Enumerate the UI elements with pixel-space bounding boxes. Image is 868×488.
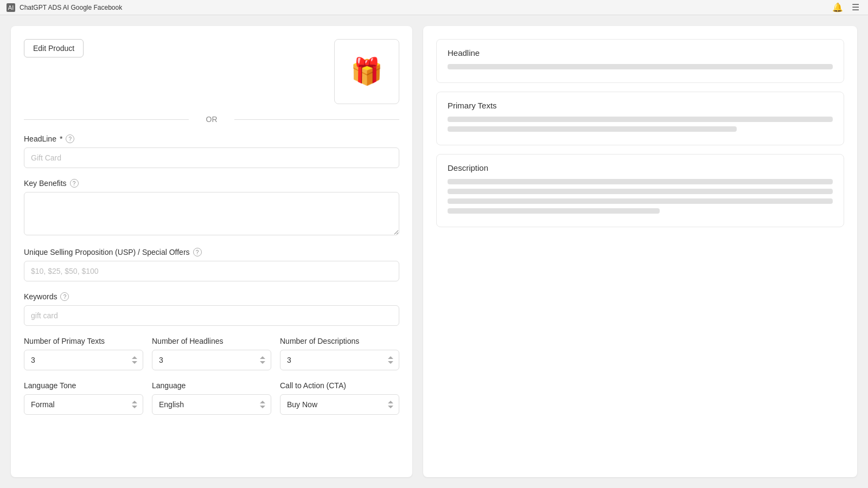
number-primary-texts-group: Number of Primay Texts 3 1 2 4 5 xyxy=(24,337,143,370)
headline-preview-card: Headline xyxy=(436,39,844,83)
app-title: ChatGPT ADS AI Google Facebook xyxy=(20,4,826,11)
language-select[interactable]: English Spanish French German xyxy=(152,394,271,415)
usp-label-text: Unique Selling Proposition (USP) / Speci… xyxy=(24,248,190,256)
key-benefits-label-text: Key Benefits xyxy=(24,179,67,188)
or-divider: OR xyxy=(24,115,399,124)
number-headlines-group: Number of Headlines 3 1 2 4 5 xyxy=(152,337,271,370)
right-panel: Headline Primary Texts Description xyxy=(423,26,857,477)
keywords-label-text: Keywords xyxy=(24,292,57,301)
usp-help-icon[interactable]: ? xyxy=(193,248,202,256)
description-skeleton-3 xyxy=(448,198,833,204)
language-tone-label: Language Tone xyxy=(24,381,143,390)
keywords-label: Keywords ? xyxy=(24,292,399,301)
number-descriptions-label: Number of Descriptions xyxy=(280,337,399,345)
product-emoji: 🎁 xyxy=(350,56,383,87)
edit-product-button[interactable]: Edit Product xyxy=(24,39,84,57)
headline-label: HeadLine * ? xyxy=(24,134,399,143)
number-headlines-select[interactable]: 3 1 2 4 5 xyxy=(152,350,271,370)
headline-skeleton-line xyxy=(448,64,833,69)
description-skeleton-2 xyxy=(448,189,833,194)
usp-input[interactable] xyxy=(24,261,399,281)
keywords-help-icon[interactable]: ? xyxy=(60,292,69,301)
headline-help-icon[interactable]: ? xyxy=(66,134,74,143)
number-descriptions-select[interactable]: 3 1 2 4 5 xyxy=(280,350,399,370)
language-tone-select[interactable]: Formal Casual Professional Friendly xyxy=(24,394,143,415)
number-primary-texts-select[interactable]: 3 1 2 4 5 xyxy=(24,350,143,370)
description-skeleton-4 xyxy=(448,208,660,214)
usp-group: Unique Selling Proposition (USP) / Speci… xyxy=(24,248,399,281)
primary-texts-preview-card: Primary Texts xyxy=(436,92,844,145)
cta-group: Call to Action (CTA) Buy Now Learn More … xyxy=(280,381,399,415)
language-group: Language English Spanish French German xyxy=(152,381,271,415)
keywords-group: Keywords ? xyxy=(24,292,399,326)
keywords-input[interactable] xyxy=(24,305,399,326)
language-label: Language xyxy=(152,381,271,390)
key-benefits-label: Key Benefits ? xyxy=(24,179,399,188)
key-benefits-help-icon[interactable]: ? xyxy=(70,179,79,188)
number-descriptions-group: Number of Descriptions 3 1 2 4 5 xyxy=(280,337,399,370)
headline-required: * xyxy=(60,134,62,143)
language-row: Language Tone Formal Casual Professional… xyxy=(24,381,399,415)
main-content: Edit Product 🎁 OR HeadLine * ? Key Benef… xyxy=(0,15,868,488)
language-tone-group: Language Tone Formal Casual Professional… xyxy=(24,381,143,415)
usp-label: Unique Selling Proposition (USP) / Speci… xyxy=(24,248,399,256)
number-headlines-label: Number of Headlines xyxy=(152,337,271,345)
primary-texts-card-title: Primary Texts xyxy=(448,101,833,110)
cta-select[interactable]: Buy Now Learn More Shop Now Get Started … xyxy=(280,394,399,415)
headline-label-text: HeadLine xyxy=(24,134,56,143)
description-skeleton-1 xyxy=(448,179,833,184)
headline-card-title: Headline xyxy=(448,48,833,57)
app-icon: AI xyxy=(7,3,15,12)
primary-texts-skeleton-1 xyxy=(448,117,833,122)
menu-button[interactable]: ☰ xyxy=(850,1,861,14)
headline-input[interactable] xyxy=(24,147,399,168)
description-preview-card: Description xyxy=(436,154,844,227)
number-primary-texts-label: Number of Primay Texts xyxy=(24,337,143,345)
number-row: Number of Primay Texts 3 1 2 4 5 Number … xyxy=(24,337,399,370)
cta-label: Call to Action (CTA) xyxy=(280,381,399,390)
product-image-area: Edit Product 🎁 xyxy=(24,39,399,104)
primary-texts-skeleton-2 xyxy=(448,126,737,132)
key-benefits-input[interactable] xyxy=(24,192,399,235)
description-card-title: Description xyxy=(448,163,833,172)
product-image-box: 🎁 xyxy=(334,39,399,104)
key-benefits-group: Key Benefits ? xyxy=(24,179,399,237)
top-bar: AI ChatGPT ADS AI Google Facebook 🔔 ☰ xyxy=(0,0,868,15)
notification-button[interactable]: 🔔 xyxy=(830,1,845,14)
headline-group: HeadLine * ? xyxy=(24,134,399,168)
left-panel: Edit Product 🎁 OR HeadLine * ? Key Benef… xyxy=(11,26,412,477)
top-bar-actions: 🔔 ☰ xyxy=(830,1,861,14)
